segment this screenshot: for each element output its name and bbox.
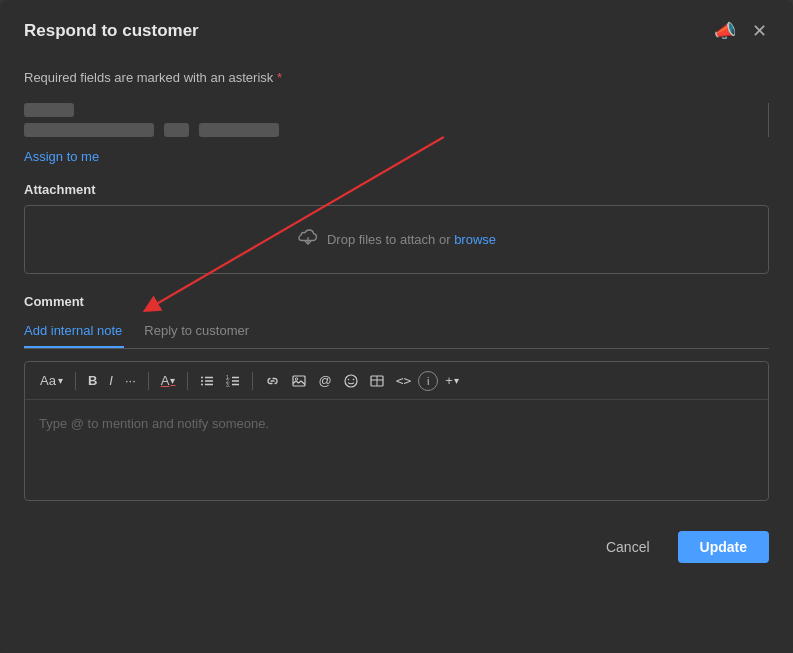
modal-dialog: Respond to customer 📣 ✕ Required fields … xyxy=(0,0,793,653)
mention-btn[interactable]: @ xyxy=(313,370,336,391)
table-btn[interactable] xyxy=(365,372,389,390)
browse-link[interactable]: browse xyxy=(454,232,496,247)
bullet-list-btn[interactable] xyxy=(195,371,219,391)
tab-add-internal-note[interactable]: Add internal note xyxy=(24,317,124,348)
modal-header: Respond to customer 📣 ✕ xyxy=(0,0,793,58)
modal-title: Respond to customer xyxy=(24,21,199,41)
blurred-field-1 xyxy=(24,103,74,117)
editor-container: Aa ▾ B I xyxy=(24,361,769,501)
announce-icon: 📣 xyxy=(714,20,736,42)
comment-tabs: Add internal note Reply to customer xyxy=(24,317,769,349)
info-btn[interactable]: i xyxy=(418,371,438,391)
header-icons: 📣 ✕ xyxy=(712,18,769,44)
link-btn[interactable] xyxy=(260,373,285,389)
attachment-label: Attachment xyxy=(24,182,769,197)
cancel-button[interactable]: Cancel xyxy=(590,531,666,563)
font-group: Aa ▾ xyxy=(35,370,68,391)
svg-point-16 xyxy=(296,377,298,379)
format-group: B I ··· xyxy=(83,370,141,391)
svg-rect-15 xyxy=(293,376,305,386)
comment-label: Comment xyxy=(24,294,769,309)
editor-toolbar: Aa ▾ B I xyxy=(25,362,768,400)
update-button[interactable]: Update xyxy=(678,531,769,563)
fields-section xyxy=(24,103,769,137)
more-format-btn[interactable]: ··· xyxy=(120,370,141,391)
editor-placeholder: Type @ to mention and notify someone. xyxy=(39,416,269,431)
separator-4 xyxy=(252,372,253,390)
list-group: 1. 2. 3. xyxy=(195,371,245,391)
image-btn[interactable] xyxy=(287,372,311,390)
font-size-btn[interactable]: Aa ▾ xyxy=(35,370,68,391)
numbered-list-btn[interactable]: 1. 2. 3. xyxy=(221,371,245,391)
vertical-divider xyxy=(768,103,769,137)
more-insert-btn[interactable]: + ▾ xyxy=(440,370,464,391)
font-color-btn[interactable]: A ▾ xyxy=(156,370,181,391)
assign-to-me-link[interactable]: Assign to me xyxy=(24,149,99,164)
comment-section: Comment Add internal note Reply to custo… xyxy=(24,294,769,501)
bold-btn[interactable]: B xyxy=(83,370,102,391)
attachment-dropzone[interactable]: Drop files to attach or browse xyxy=(24,205,769,274)
blurred-field-4 xyxy=(199,123,279,137)
close-button[interactable]: ✕ xyxy=(750,18,769,44)
announce-icon-btn[interactable]: 📣 xyxy=(712,18,738,44)
modal-body: Required fields are marked with an aster… xyxy=(0,58,793,517)
insert-group: @ xyxy=(260,370,463,391)
asterisk: * xyxy=(277,70,282,85)
modal-footer: Cancel Update xyxy=(0,517,793,577)
required-note: Required fields are marked with an aster… xyxy=(24,70,769,85)
editor-body[interactable]: Type @ to mention and notify someone. xyxy=(25,400,768,500)
separator-1 xyxy=(75,372,76,390)
separator-2 xyxy=(148,372,149,390)
blurred-field-2 xyxy=(24,123,154,137)
upload-cloud-icon xyxy=(297,228,319,251)
font-color-group: A ▾ xyxy=(156,370,181,391)
svg-point-17 xyxy=(345,375,357,387)
emoji-btn[interactable] xyxy=(339,371,363,391)
svg-text:3.: 3. xyxy=(226,382,230,388)
separator-3 xyxy=(187,372,188,390)
svg-point-18 xyxy=(347,378,349,380)
close-icon: ✕ xyxy=(752,20,767,42)
tab-reply-to-customer[interactable]: Reply to customer xyxy=(144,317,251,348)
svg-point-19 xyxy=(352,378,354,380)
blurred-field-3 xyxy=(164,123,189,137)
chevron-down-icon: ▾ xyxy=(58,375,63,386)
drop-text: Drop files to attach or browse xyxy=(327,232,496,247)
code-btn[interactable]: <> xyxy=(391,370,417,391)
italic-btn[interactable]: I xyxy=(104,370,118,391)
chevron-down-icon: ▾ xyxy=(454,375,459,386)
svg-point-4 xyxy=(201,380,203,382)
chevron-down-icon: ▾ xyxy=(170,375,175,386)
svg-point-3 xyxy=(201,376,203,378)
svg-point-5 xyxy=(201,383,203,385)
